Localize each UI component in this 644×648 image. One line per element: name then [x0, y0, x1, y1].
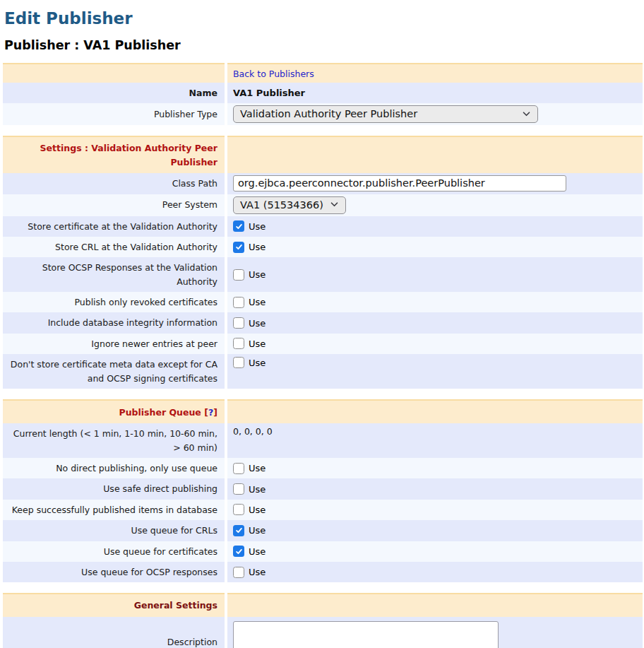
checkbox-with-label: Use	[233, 483, 266, 495]
section-header-row: Publisher Queue [?]	[3, 399, 643, 423]
class-path-input[interactable]	[233, 175, 566, 192]
checkbox-label: Use	[249, 567, 266, 577]
section-header-row: Back to Publishers	[3, 63, 643, 83]
table-row: Use queue for certificatesUse	[3, 541, 643, 562]
table-row: Keep successfully published items in dat…	[3, 500, 643, 520]
row-value-cell: Use	[227, 216, 643, 237]
checkbox-label: Use	[249, 297, 266, 307]
row-value-cell: 0, 0, 0, 0	[227, 423, 643, 458]
row-label: Store OCSP Responses at the Validation A…	[8, 261, 217, 288]
table-row: Class Path	[3, 173, 643, 194]
row-value-cell: VA1 Publisher	[227, 83, 643, 103]
row-label-cell: Publish only revoked certificates	[3, 292, 225, 312]
row-label: Class Path	[172, 177, 217, 190]
checkbox-with-label: Use	[233, 269, 266, 281]
row-value-cell: Use	[227, 520, 643, 541]
table-row: Publish only revoked certificatesUse	[3, 292, 643, 312]
row-label: Use queue for certificates	[104, 545, 217, 558]
section-header-label: Settings : Validation Authority Peer Pub…	[8, 141, 217, 169]
use-queue-for-certificates-checkbox[interactable]	[233, 546, 244, 557]
checkbox-label: Use	[249, 242, 266, 252]
peer-system-select[interactable]: VA1 (51534366)	[233, 196, 346, 214]
table-row: Store OCSP Responses at the Validation A…	[3, 257, 643, 292]
checkmark-icon	[235, 526, 243, 534]
use-queue-for-crls-checkbox[interactable]	[233, 525, 244, 536]
checkbox-label: Use	[249, 358, 266, 368]
row-label-cell: Store CRL at the Validation Authority	[3, 237, 225, 257]
checkbox-with-label: Use	[233, 357, 266, 368]
row-value-cell	[227, 617, 643, 648]
store-crl-at-the-validation-authority-checkbox[interactable]	[233, 242, 244, 253]
chevron-down-icon	[330, 202, 338, 207]
row-label-cell: Current length (< 1 min, 1-10 min, 10-60…	[3, 423, 225, 458]
row-value-cell	[227, 173, 643, 194]
checkbox-label: Use	[249, 463, 266, 473]
table-row: Store certificate at the Validation Auth…	[3, 216, 643, 237]
row-label: Publish only revoked certificates	[74, 295, 217, 309]
row-label: Use safe direct publishing	[103, 482, 217, 495]
row-value-cell: Use	[227, 541, 643, 562]
include-database-integrity-information-checkbox[interactable]	[233, 317, 244, 329]
table-row: Publisher TypeValidation Authority Peer …	[3, 103, 643, 125]
row-label-cell: Publisher Type	[3, 103, 225, 125]
edit-publisher-form: Back to PublishersNameVA1 PublisherPubli…	[3, 63, 643, 648]
checkbox-label: Use	[249, 546, 266, 557]
back-to-publishers-link[interactable]: Back to Publishers	[233, 69, 314, 79]
row-value-cell: Use	[227, 458, 643, 478]
row-label: Peer System	[162, 198, 217, 211]
no-direct-publishing-only-use-queue-checkbox[interactable]	[233, 463, 244, 474]
row-label: Include database integrity information	[48, 316, 217, 329]
current-length-1-min-1-10-min-10-60-min-60-value: 0, 0, 0, 0	[233, 426, 273, 437]
row-label: Name	[189, 86, 217, 100]
ignore-newer-entries-at-peer-checkbox[interactable]	[233, 338, 244, 349]
row-label: Publisher Type	[154, 107, 217, 121]
section-publisher-queue: Publisher Queue [?]Current length (< 1 m…	[3, 399, 643, 582]
section-header-right-cell	[227, 593, 643, 616]
row-label: Description	[167, 635, 217, 648]
table-row: Include database integrity informationUs…	[3, 312, 643, 333]
row-label: Keep successfully published items in dat…	[12, 503, 217, 517]
row-label-cell: Use queue for OCSP responses	[3, 562, 225, 582]
section-header-cell	[3, 63, 225, 83]
row-value-cell: Use	[227, 312, 643, 333]
row-value-cell: Use	[227, 478, 643, 499]
row-label: Store certificate at the Validation Auth…	[28, 220, 217, 233]
checkbox-with-label: Use	[233, 220, 266, 232]
publisher-type-select[interactable]: Validation Authority Peer Publisher	[233, 105, 538, 123]
section-peer-settings: Settings : Validation Authority Peer Pub…	[3, 136, 643, 389]
section-header-label: Publisher Queue	[119, 407, 201, 418]
help-open-bracket: [	[203, 407, 208, 418]
edit-publisher-page: Edit Publisher Publisher : VA1 Publisher…	[0, 0, 644, 648]
store-ocsp-responses-at-the-validation-aut-checkbox[interactable]	[233, 269, 244, 281]
checkbox-with-label: Use	[233, 338, 266, 349]
section-publisher-info: Back to PublishersNameVA1 PublisherPubli…	[3, 63, 643, 125]
table-row: Use safe direct publishingUse	[3, 478, 643, 499]
section-header-with-help: Publisher Queue [?]	[119, 405, 218, 419]
checkbox-with-label: Use	[233, 242, 266, 253]
use-safe-direct-publishing-checkbox[interactable]	[233, 483, 244, 495]
row-label-cell: Don't store certificate meta data except…	[3, 354, 225, 389]
row-label-cell: Keep successfully published items in dat…	[3, 500, 225, 520]
description-textarea[interactable]	[233, 621, 499, 648]
use-queue-for-ocsp-responses-checkbox[interactable]	[233, 567, 244, 578]
table-row: No direct publishing, only use queueUse	[3, 458, 643, 478]
row-value-cell: Use	[227, 257, 643, 292]
row-value-cell: Use	[227, 354, 643, 389]
row-value-cell: Use	[227, 237, 643, 257]
row-value-cell: VA1 (51534366)	[227, 194, 643, 216]
checkbox-label: Use	[249, 505, 266, 515]
keep-successfully-published-items-in-datab-checkbox[interactable]	[233, 504, 244, 515]
store-certificate-at-the-validation-author-checkbox[interactable]	[233, 220, 244, 232]
checkmark-icon	[235, 223, 243, 230]
table-row: Don't store certificate meta data except…	[3, 354, 643, 389]
section-header-cell: Settings : Validation Authority Peer Pub…	[3, 136, 225, 173]
table-row: Use queue for OCSP responsesUse	[3, 562, 643, 582]
table-row: Use queue for CRLsUse	[3, 520, 643, 541]
checkbox-label: Use	[249, 221, 266, 232]
publish-only-revoked-certificates-checkbox[interactable]	[233, 297, 244, 308]
checkbox-label: Use	[249, 525, 266, 536]
table-row: Ignore newer entries at peerUse	[3, 334, 643, 354]
don-t-store-certificate-meta-data-except-f-checkbox[interactable]	[233, 357, 244, 368]
checkbox-label: Use	[249, 318, 266, 329]
select-value: VA1 (51534366)	[240, 199, 323, 211]
